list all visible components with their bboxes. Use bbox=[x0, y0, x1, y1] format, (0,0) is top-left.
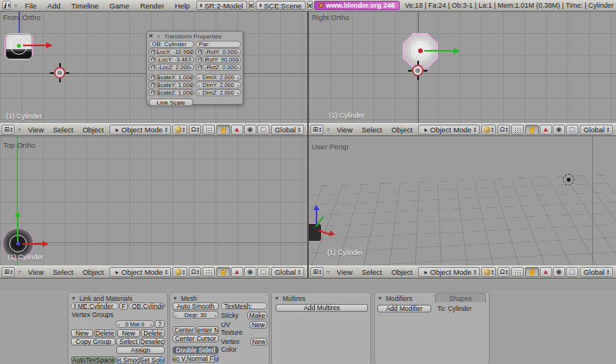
lock-icon[interactable] bbox=[149, 64, 155, 71]
manipulator-translate-button[interactable]: ▲ bbox=[231, 267, 243, 277]
locy-field[interactable]: LocY: -3.467 bbox=[156, 56, 194, 63]
panel-collapse-icon[interactable]: ▿ bbox=[156, 33, 162, 40]
menu-view[interactable]: View bbox=[333, 268, 356, 276]
manipulator-rotate-button[interactable]: ◉ bbox=[553, 267, 565, 277]
screen-close-button[interactable]: X bbox=[249, 1, 254, 10]
menu-render[interactable]: Render bbox=[136, 2, 169, 10]
editor-type-dropdown[interactable]: ⊞ bbox=[2, 267, 15, 277]
panel-collapse-icon[interactable]: ▼ bbox=[172, 296, 178, 301]
lock-icon[interactable] bbox=[149, 89, 155, 96]
pivot-dropdown[interactable]: Ω bbox=[189, 267, 202, 277]
mode-dropdown[interactable]: ▲ Object Mode bbox=[418, 267, 480, 277]
snap-button[interactable] bbox=[203, 267, 215, 277]
panel-header[interactable]: ▼ Link and Materials bbox=[71, 294, 165, 302]
shapes-tab[interactable]: Shapes bbox=[435, 293, 486, 302]
viewport-right[interactable]: Right Ortho (1) Cylinder bbox=[309, 12, 616, 123]
x-manipulator-arrow[interactable] bbox=[23, 45, 46, 46]
scalez-field[interactable]: ScaleZ: 1.000 bbox=[156, 89, 194, 96]
header-collapse-icon[interactable]: ▿ bbox=[16, 126, 22, 133]
rotx-field[interactable]: RotX: 0.000 bbox=[203, 48, 241, 55]
menu-view[interactable]: View bbox=[24, 125, 47, 134]
center-button[interactable]: Center bbox=[172, 326, 196, 334]
assign-button[interactable]: Assign bbox=[116, 346, 165, 354]
no-vnormal-flip-toggle[interactable]: No V.Normal Flip bbox=[172, 355, 219, 362]
orientation-dropdown[interactable]: Global bbox=[580, 125, 613, 135]
manipulator-rotate-button[interactable]: ◉ bbox=[244, 267, 256, 277]
center-cursor-button[interactable]: Center Cursor bbox=[172, 335, 219, 342]
pivot-dropdown[interactable]: Ω bbox=[189, 125, 202, 135]
object-datablock-field[interactable]: OB:Cylinder bbox=[129, 302, 165, 309]
mat-select-button[interactable]: Select bbox=[116, 338, 140, 346]
manipulator-hand-button[interactable]: ☝ bbox=[525, 267, 538, 277]
viewport-front[interactable]: Front Ortho (1) Cylinder ✕ ▿ Transform P… bbox=[0, 12, 307, 123]
draw-type-dropdown[interactable] bbox=[172, 125, 187, 135]
draw-type-dropdown[interactable] bbox=[172, 267, 187, 277]
menu-timeline[interactable]: Timeline bbox=[67, 2, 104, 10]
menu-view[interactable]: View bbox=[333, 125, 356, 134]
scene-selector[interactable]: SCE:Scene bbox=[256, 1, 306, 10]
manipulator-hand-button[interactable]: ☝ bbox=[216, 267, 229, 277]
manipulator-scale-button[interactable]: ▢ bbox=[566, 267, 578, 277]
mesh-datablock-field[interactable]: ME:Cylinder bbox=[71, 302, 119, 309]
manipulator-translate-button[interactable]: ▲ bbox=[231, 125, 243, 135]
editor-type-dropdown[interactable]: ⊞ bbox=[310, 267, 323, 277]
scaley-field[interactable]: ScaleY: 1.000 bbox=[156, 82, 194, 88]
menu-object[interactable]: Object bbox=[79, 125, 107, 134]
menu-view[interactable]: View bbox=[24, 268, 47, 276]
material-help-button[interactable]: ? bbox=[155, 320, 165, 328]
blender-logo-button[interactable] bbox=[2, 1, 11, 10]
pivot-dropdown[interactable]: Ω bbox=[497, 267, 511, 277]
viewport-divider[interactable] bbox=[307, 12, 309, 279]
roty-field[interactable]: RotY: 90.000 bbox=[203, 56, 241, 63]
draw-type-dropdown[interactable] bbox=[481, 125, 496, 135]
header-collapse-icon[interactable]: ▿ bbox=[325, 126, 331, 133]
mat-new-button[interactable]: New bbox=[117, 329, 141, 337]
menu-file[interactable]: File bbox=[20, 2, 41, 10]
browse-icon[interactable] bbox=[74, 303, 76, 309]
panel-collapse-icon[interactable]: ▼ bbox=[377, 296, 383, 301]
add-modifier-button[interactable]: Add Modifier bbox=[377, 305, 431, 312]
autotexspace-toggle[interactable]: AutoTexSpace bbox=[71, 356, 116, 364]
sticky-make-button[interactable]: Make bbox=[247, 312, 267, 319]
center-new-button[interactable]: Center Ne bbox=[196, 326, 219, 334]
mode-dropdown[interactable]: ▲ Object Mode bbox=[109, 125, 172, 135]
editor-type-dropdown[interactable]: ⊞ bbox=[310, 125, 323, 135]
pivot-dropdown[interactable]: Ω bbox=[497, 125, 511, 135]
double-sided-toggle[interactable]: Double Sided bbox=[172, 346, 219, 354]
mode-dropdown[interactable]: ▲ Object Mode bbox=[109, 267, 172, 277]
panel-collapse-icon[interactable]: ▼ bbox=[274, 296, 280, 301]
mat-deselect-button[interactable]: Deselect bbox=[141, 338, 165, 346]
y-manipulator-arrow[interactable] bbox=[17, 217, 18, 242]
manipulator-hand-button[interactable]: ☝ bbox=[525, 125, 538, 135]
lock-icon[interactable] bbox=[149, 82, 155, 88]
header-collapse-icon[interactable]: ▿ bbox=[16, 269, 22, 276]
close-icon[interactable]: ✕ bbox=[149, 33, 153, 39]
auto-smooth-toggle[interactable]: Auto Smooth bbox=[172, 302, 219, 310]
fake-user-button[interactable]: F bbox=[119, 302, 128, 310]
panel-collapse-icon[interactable]: ▼ bbox=[71, 296, 76, 301]
panel-header[interactable]: ▼ Mesh bbox=[172, 294, 266, 302]
vertex-color-new-button[interactable]: New bbox=[250, 338, 267, 346]
lock-icon[interactable] bbox=[149, 48, 155, 55]
dimz-field[interactable]: DimZ: 2.000 bbox=[196, 89, 241, 96]
material-index-field[interactable]: 0 Mat 0 bbox=[116, 320, 154, 328]
degr-field[interactable]: Degr: 30 bbox=[172, 311, 219, 319]
editor-type-dropdown[interactable]: ⊞ bbox=[2, 125, 15, 135]
menu-add[interactable]: Add bbox=[43, 2, 65, 10]
snap-button[interactable] bbox=[203, 125, 215, 135]
locz-field[interactable]: LocZ: 2.000 bbox=[156, 64, 194, 71]
ob-name-field[interactable]: OB: Cylinder bbox=[149, 41, 194, 48]
snap-button[interactable] bbox=[511, 125, 524, 135]
transform-panel-header[interactable]: ✕ ▿ Transform Properties bbox=[149, 32, 241, 40]
viewport-user[interactable]: User Persp (1) Cylinder bbox=[309, 137, 616, 265]
menu-help[interactable]: Help bbox=[170, 2, 195, 10]
menu-select[interactable]: Select bbox=[358, 125, 386, 134]
scene-close-button[interactable]: X bbox=[307, 1, 313, 10]
manipulator-rotate-button[interactable]: ◉ bbox=[244, 125, 256, 135]
texmesh-field[interactable]: TexMesh: bbox=[221, 302, 267, 309]
manipulator-hand-button[interactable]: ☝ bbox=[216, 125, 229, 135]
manipulator-translate-button[interactable]: ▲ bbox=[540, 125, 552, 135]
vgroup-new-button[interactable]: New bbox=[71, 329, 93, 337]
lock-icon[interactable] bbox=[196, 48, 202, 55]
rotz-field[interactable]: RotZ: 0.000 bbox=[203, 64, 241, 71]
